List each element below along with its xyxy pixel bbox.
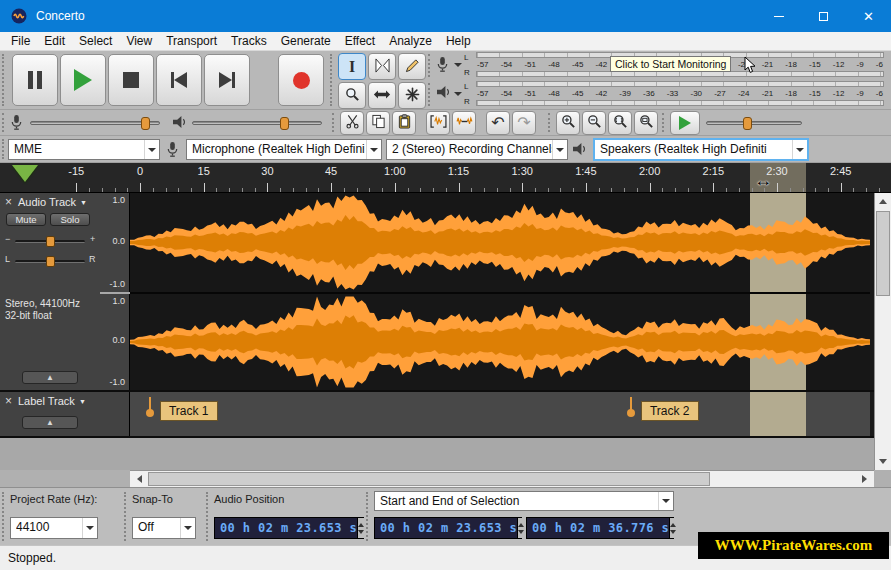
close-button[interactable]: ✕ <box>846 0 891 32</box>
paste-button[interactable] <box>392 111 416 135</box>
playback-volume-thumb[interactable] <box>280 117 289 130</box>
collapse-track-button[interactable]: ▲ <box>22 371 78 384</box>
menu-item-select[interactable]: Select <box>72 32 119 51</box>
redo-button[interactable]: ↷ <box>512 111 536 135</box>
play-speed-thumb[interactable] <box>743 117 752 130</box>
vertical-scrollbar[interactable] <box>874 193 891 470</box>
label-track-title[interactable]: Label Track▼ <box>18 395 86 407</box>
chevron-down-icon[interactable] <box>552 140 567 159</box>
menu-item-view[interactable]: View <box>119 32 159 51</box>
recording-channels-select[interactable]: 2 (Stereo) Recording Channels <box>386 139 568 160</box>
play-pin-icon[interactable] <box>12 165 38 182</box>
solo-button[interactable]: Solo <box>50 213 90 226</box>
zoom-in-button[interactable] <box>556 111 580 135</box>
play-at-speed-button[interactable] <box>670 111 700 135</box>
menu-item-effect[interactable]: Effect <box>338 32 382 51</box>
menu-item-transport[interactable]: Transport <box>159 32 224 51</box>
horizontal-scroll-thumb[interactable] <box>148 472 710 486</box>
edit-toolbar-grip[interactable] <box>332 113 337 132</box>
selection-tool-button[interactable]: I <box>338 53 366 80</box>
audio-position-display[interactable]: 00 h 02 m 23.653 s <box>214 517 364 539</box>
scroll-right-button[interactable] <box>857 471 874 487</box>
chevron-down-icon[interactable] <box>454 92 462 100</box>
device-toolbar-grip[interactable] <box>2 139 7 159</box>
selection-toolbar-grip[interactable] <box>206 492 211 541</box>
minimize-button[interactable] <box>756 0 801 32</box>
menu-item-tracks[interactable]: Tracks <box>224 32 274 51</box>
pan-slider-thumb[interactable] <box>46 256 55 267</box>
playback-device-select[interactable]: Speakers (Realtek High Definiti <box>594 139 808 160</box>
tools-toolbar-grip[interactable] <box>330 54 335 106</box>
selection-end-spinner[interactable] <box>669 518 676 538</box>
scroll-down-button[interactable] <box>875 454 891 470</box>
label-track-content[interactable]: Track 1Track 2 <box>130 392 870 436</box>
playback-meter[interactable]: LR -57-54-51-48-45-42-39-36-33-30-27-24-… <box>428 80 888 109</box>
play-button[interactable] <box>60 54 106 106</box>
fit-project-button[interactable] <box>634 111 658 135</box>
zoom-toolbar-grip[interactable] <box>548 113 553 132</box>
scroll-up-button[interactable] <box>875 193 891 209</box>
menu-item-generate[interactable]: Generate <box>274 32 338 51</box>
collapse-label-track-button[interactable]: ▲ <box>22 416 78 429</box>
label-flag-icon[interactable] <box>630 397 632 416</box>
audio-track-panel[interactable]: × Audio Track▼ Mute Solo − + L R Stereo,… <box>0 193 100 390</box>
stop-button[interactable] <box>108 54 154 106</box>
waveform-ch1[interactable] <box>130 193 870 292</box>
chevron-down-icon[interactable] <box>180 518 195 538</box>
zoom-out-button[interactable] <box>582 111 606 135</box>
audio-track-title[interactable]: Audio Track▼ <box>18 196 87 208</box>
trim-audio-button[interactable] <box>426 111 450 135</box>
label-item[interactable]: Track 1 <box>160 401 218 421</box>
track-close-icon[interactable]: × <box>5 195 12 209</box>
audio-position-spinner[interactable] <box>357 518 364 538</box>
pause-button[interactable] <box>12 54 58 106</box>
pan-slider[interactable] <box>15 260 85 263</box>
label-track-panel[interactable]: × Label Track▼ ▲ <box>0 392 100 436</box>
timeshift-tool-button[interactable] <box>368 82 396 109</box>
selection-start-display[interactable]: 00 h 02 m 23.653 s <box>374 517 522 539</box>
selection-toolbar-grip[interactable] <box>2 492 7 541</box>
envelope-tool-button[interactable] <box>368 53 396 80</box>
skip-to-end-button[interactable] <box>204 54 250 106</box>
menu-item-analyze[interactable]: Analyze <box>382 32 439 51</box>
timeline-ruler[interactable]: ↔ -1501530451:001:151:301:452:002:152:30… <box>0 163 891 193</box>
playback-meter-body[interactable]: -57-54-51-48-45-42-39-36-33-30-27-24-21-… <box>476 81 884 108</box>
transport-toolbar-grip[interactable] <box>2 54 7 106</box>
chevron-down-icon[interactable] <box>366 140 381 159</box>
recording-device-select[interactable]: Microphone (Realtek High Defini <box>186 139 382 160</box>
copy-button[interactable] <box>366 111 390 135</box>
cut-button[interactable] <box>340 111 364 135</box>
audio-host-select[interactable]: MME <box>8 139 160 160</box>
waveform-ch2[interactable] <box>130 294 870 390</box>
label-item[interactable]: Track 2 <box>641 401 699 421</box>
chevron-down-icon[interactable] <box>792 140 807 159</box>
gain-slider-thumb[interactable] <box>46 236 55 247</box>
chevron-down-icon[interactable] <box>658 492 673 510</box>
gain-slider[interactable] <box>15 240 85 243</box>
silence-audio-button[interactable] <box>452 111 476 135</box>
zoom-tool-button[interactable] <box>338 82 366 109</box>
selection-toolbar-grip[interactable] <box>124 492 129 541</box>
scroll-left-button[interactable] <box>130 471 147 487</box>
selection-mode-select[interactable]: Start and End of Selection <box>374 491 674 511</box>
play-speed-slider[interactable] <box>706 121 802 125</box>
selection-toolbar-grip[interactable] <box>366 492 371 541</box>
project-rate-select[interactable]: 44100 <box>10 517 98 539</box>
skip-to-start-button[interactable] <box>156 54 202 106</box>
recording-volume-slider[interactable] <box>30 121 160 125</box>
selection-start-spinner[interactable] <box>517 518 524 538</box>
undo-button[interactable]: ↶ <box>486 111 510 135</box>
mute-button[interactable]: Mute <box>6 213 46 226</box>
track-close-icon[interactable]: × <box>5 394 12 408</box>
mixer-toolbar-grip[interactable] <box>2 113 7 132</box>
vertical-scroll-thumb[interactable] <box>876 211 890 296</box>
horizontal-scrollbar[interactable] <box>130 470 874 487</box>
titlebar[interactable]: Concerto ✕ <box>0 0 891 32</box>
record-button[interactable] <box>278 54 324 106</box>
snap-to-select[interactable]: Off <box>132 517 196 539</box>
draw-tool-button[interactable] <box>398 53 426 80</box>
multi-tool-button[interactable] <box>398 82 426 109</box>
chevron-down-icon[interactable] <box>454 63 462 71</box>
recording-volume-thumb[interactable] <box>141 117 150 130</box>
label-flag-icon[interactable] <box>149 397 151 416</box>
